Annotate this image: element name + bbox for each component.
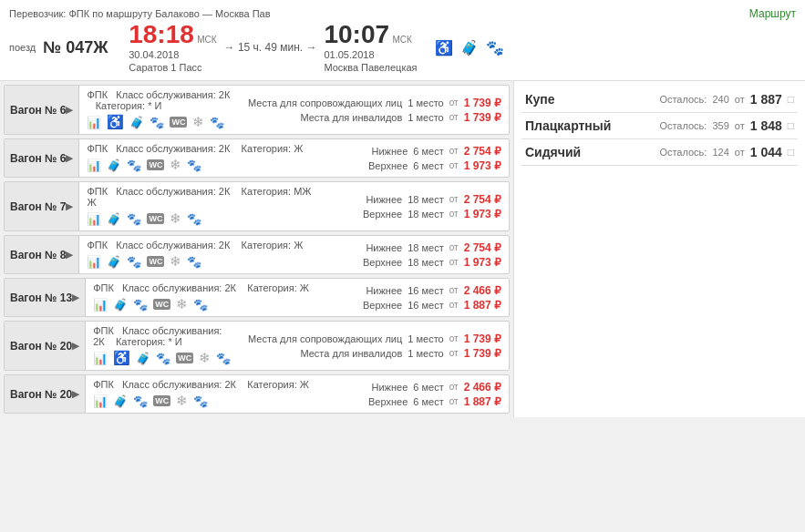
wagon-details: ФПК Класс обслуживания: 2К Категория: МЖ…	[79, 182, 326, 230]
ticket-type-row-1[interactable]: Плацкартный Осталось: 359 от 1 848 □	[521, 113, 798, 139]
wagon-places: Нижнее 6 мест от 2 754 ₽ Верхнее 6 мест …	[326, 139, 509, 177]
luggage-icon: 🧳	[460, 39, 479, 56]
wagon-details: ФПК Класс обслуживания: 2К Категория: Ж …	[79, 236, 326, 273]
paw-icon: 🐾	[210, 116, 224, 129]
place-count: 1 место	[408, 97, 443, 108]
category: Ж	[300, 282, 309, 293]
place-row-1: Верхнее 18 мест от 1 973 ₽	[334, 208, 501, 220]
place-from: от	[449, 160, 459, 170]
place-row-0: Нижнее 16 мест от 2 466 ₽	[334, 284, 501, 297]
wagon-info-top: ФПК Класс обслуживания: 2К Категория: МЖ…	[87, 186, 319, 208]
luggage-icon: 🧳	[113, 394, 128, 408]
place-type: Верхнее	[368, 396, 408, 407]
ticket-checkbox-icon[interactable]: □	[788, 146, 794, 159]
ticket-meta: Осталось: 240 от 1 887 □	[659, 92, 794, 107]
wc-icon: WC	[176, 353, 193, 363]
category: Ж	[294, 143, 303, 154]
place-type: Места для инвалидов	[300, 348, 402, 359]
wagon-row: Вагон № 20 ▶ ФПК Класс обслуживания: 2К …	[5, 322, 509, 370]
snowflake-icon: ❄	[176, 393, 188, 409]
category-label: Категория:	[242, 240, 291, 251]
route-link[interactable]: Маршрут	[749, 7, 796, 20]
pet-icon: 🐾	[133, 298, 148, 312]
place-type: Нижнее	[372, 146, 408, 157]
remaining-label: Осталось:	[659, 94, 707, 105]
remaining-label: Осталось:	[659, 147, 707, 158]
place-price: 2 754 ₽	[464, 193, 501, 206]
place-price: 1 887 ₽	[464, 299, 501, 312]
place-count: 6 мест	[413, 146, 443, 157]
wagon-button[interactable]: Вагон № 20 ▶	[5, 375, 86, 413]
service-class: 2К	[225, 379, 237, 390]
place-price: 1 973 ₽	[464, 256, 501, 269]
pet-icon: 🐾	[127, 159, 141, 172]
wagon-button[interactable]: Вагон № 8 ▶	[5, 236, 79, 273]
wagon-carrier: ФПК	[87, 240, 108, 251]
wagon-info-top: ФПК Класс обслуживания: 2К Категория: * …	[93, 325, 233, 347]
place-from: от	[449, 300, 459, 310]
place-price: 2 466 ₽	[464, 284, 501, 297]
wagon-places: Нижнее 18 мест от 2 754 ₽ Верхнее 18 мес…	[326, 182, 509, 230]
wagon-block-2: Вагон № 7 ▶ ФПК Класс обслуживания: 2К К…	[4, 181, 510, 231]
place-count: 18 мест	[408, 194, 444, 205]
wagon-carrier: ФПК	[87, 186, 108, 197]
service-class: 2К	[219, 186, 231, 197]
remaining-count: 359	[712, 120, 728, 131]
service-class-label: Класс обслуживания:	[116, 240, 215, 251]
wagon-icons: 📊 🧳 🐾 WC ❄ 🐾	[87, 253, 319, 270]
ticket-type-row-0[interactable]: Купе Осталось: 240 от 1 887 □	[521, 87, 798, 113]
ticket-type-row-2[interactable]: Сидячий Осталось: 124 от 1 044 □	[521, 139, 798, 166]
wagon-button[interactable]: Вагон № 6 ▶	[5, 86, 79, 134]
place-row-1: Места для инвалидов 1 место от 1 739 ₽	[248, 111, 501, 124]
wagon-info-top: ФПК Класс обслуживания: 2К Категория: Ж	[87, 240, 319, 251]
remaining-count: 240	[712, 94, 728, 105]
place-price: 2 754 ₽	[464, 241, 501, 254]
wagon-button[interactable]: Вагон № 20 ▶	[5, 322, 86, 370]
place-type: Верхнее	[368, 160, 408, 171]
luggage-icon: 🧳	[129, 116, 144, 129]
place-type: Нижнее	[366, 194, 402, 205]
place-price: 1 739 ₽	[464, 111, 501, 124]
ticket-price: 1 887	[750, 92, 782, 107]
carrier-info: Перевозчик: ФПК по маршруту Балаково — М…	[9, 8, 271, 19]
wagon-places: Места для сопровождающих лиц 1 место от …	[241, 86, 509, 134]
luggage-icon: 🧳	[107, 212, 121, 226]
ticket-checkbox-icon[interactable]: □	[788, 119, 794, 132]
wagon-button[interactable]: Вагон № 6 ▶	[5, 139, 79, 177]
ticket-checkbox-icon[interactable]: □	[788, 93, 794, 106]
place-count: 18 мест	[408, 209, 444, 220]
wagon-places: Места для сопровождающих лиц 1 место от …	[241, 322, 509, 370]
place-from: от	[449, 146, 459, 156]
pet-icon: 🐾	[486, 39, 504, 56]
wagon-block-5: Вагон № 20 ▶ ФПК Класс обслуживания: 2К …	[4, 321, 510, 371]
snowflake-icon: ❄	[170, 253, 181, 270]
place-type: Нижнее	[366, 285, 402, 296]
wagon-block-0: Вагон № 6 ▶ ФПК Класс обслуживания: 2К К…	[4, 85, 510, 135]
category: Ж	[294, 240, 303, 251]
place-from: от	[449, 333, 459, 343]
wagon-icons: 📊 🧳 🐾 WC ❄ 🐾	[93, 296, 319, 312]
wagon-row: Вагон № 8 ▶ ФПК Класс обслуживания: 2К К…	[5, 236, 509, 273]
ticket-type-name: Купе	[525, 92, 555, 107]
place-from: от	[449, 257, 459, 267]
paw-icon: 🐾	[193, 394, 208, 408]
train-row: поезд № 047Ж 18:18 МСК 30.04.2018 Сарато…	[9, 22, 796, 73]
place-row-1: Верхнее 16 мест от 1 887 ₽	[334, 299, 501, 312]
wagon-button[interactable]: Вагон № 13 ▶	[5, 279, 86, 316]
depart-tz: МСК	[197, 35, 216, 45]
right-panel: Купе Осталось: 240 от 1 887 □ Плацкартны…	[513, 81, 805, 417]
wagon-info-top: ФПК Класс обслуживания: 2К Категория: Ж	[93, 379, 319, 390]
page-container: Перевозчик: ФПК по маршруту Балаково — М…	[0, 0, 805, 417]
wagon-details: ФПК Класс обслуживания: 2К Категория: Ж …	[86, 279, 326, 316]
chevron-icon: ▶	[72, 341, 79, 351]
service-class-label: Класс обслуживания:	[122, 282, 222, 293]
category-label: Категория:	[247, 379, 296, 390]
amenities-icons: ♿ 🧳 🐾	[435, 39, 504, 56]
place-count: 18 мест	[408, 257, 444, 268]
ticket-meta: Осталось: 124 от 1 044 □	[659, 145, 794, 159]
place-from: от	[449, 97, 459, 107]
snowflake-icon: ❄	[192, 114, 204, 130]
wagon-button[interactable]: Вагон № 7 ▶	[5, 182, 79, 230]
place-type: Верхнее	[363, 209, 402, 220]
paw-icon: 🐾	[187, 255, 201, 269]
